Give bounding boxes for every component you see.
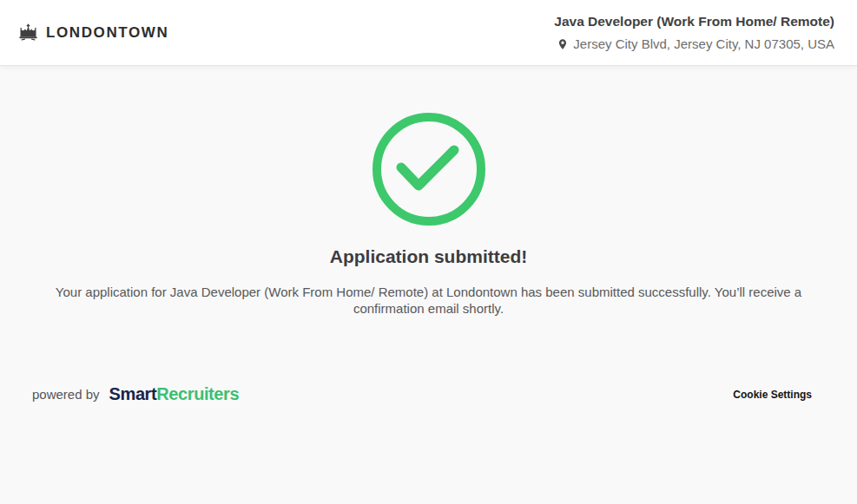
smartrecruiters-link[interactable]: powered by SmartRecruiters <box>32 384 239 404</box>
confirmation-message: Your application for Java Developer (Wor… <box>31 284 826 317</box>
check-circle-icon <box>0 111 857 227</box>
job-location: Jersey City Blvd, Jersey City, NJ 07305,… <box>554 36 834 51</box>
page-title: Application submitted! <box>0 246 857 267</box>
powered-by-label: powered by <box>32 387 100 402</box>
location-pin-icon <box>557 37 569 51</box>
crown-crest-icon <box>17 22 39 43</box>
company-name: LONDONTOWN <box>46 24 168 42</box>
job-title: Java Developer (Work From Home/ Remote) <box>554 14 834 29</box>
cookie-settings-button[interactable]: Cookie Settings <box>733 389 812 401</box>
smartrecruiters-wordmark: SmartRecruiters <box>109 384 240 404</box>
wordmark-smart: Smart <box>109 384 157 403</box>
footer: powered by SmartRecruiters Cookie Settin… <box>0 384 857 404</box>
wordmark-recruiters: Recruiters <box>156 384 239 403</box>
job-info: Java Developer (Work From Home/ Remote) … <box>554 14 834 51</box>
company-logo[interactable]: LONDONTOWN <box>17 22 168 43</box>
header: LONDONTOWN Java Developer (Work From Hom… <box>0 0 857 65</box>
confirmation-section: Application submitted! Your application … <box>0 111 857 317</box>
job-location-text: Jersey City Blvd, Jersey City, NJ 07305,… <box>573 36 834 51</box>
